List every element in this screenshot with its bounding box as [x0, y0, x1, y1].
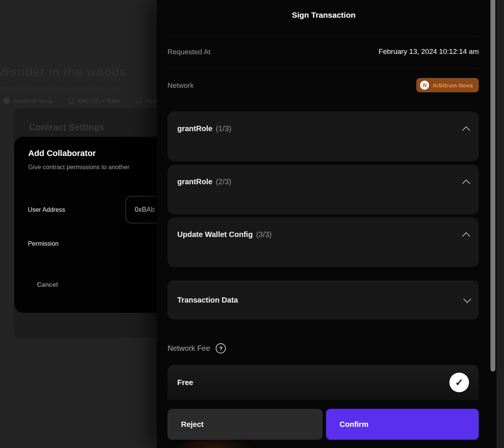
requested-at-value: February 13, 2024 10:12:14 am — [379, 47, 479, 56]
scrollbar-thumb[interactable] — [490, 0, 495, 372]
help-icon[interactable]: ? — [216, 343, 226, 353]
view-link-label: View — [146, 98, 158, 104]
right-gutter — [496, 0, 504, 448]
requested-at-label: Requested At — [167, 48, 210, 56]
user-address-label: User Address — [28, 206, 65, 213]
chevron-down-icon[interactable] — [463, 295, 471, 303]
accordion-count: (1/3) — [216, 124, 231, 133]
accordion-title: grantRole — [177, 124, 212, 133]
chevron-up-icon[interactable] — [462, 126, 470, 134]
divider — [167, 36, 479, 37]
chevron-up-icon[interactable] — [462, 179, 470, 187]
permission-label: Permission — [28, 240, 59, 247]
link-icon — [134, 96, 143, 105]
accordion-grantrole-1[interactable]: grantRole (1/3) — [167, 112, 479, 161]
network-badge-label: Arbitrum Nova — [14, 98, 53, 104]
accordion-count: (3/3) — [256, 230, 271, 239]
network-fee-row: Network Fee ? — [167, 343, 226, 353]
view-link-dim: View — [136, 98, 158, 104]
dimmed-background: Wonder in the woods xf9247c8e813302bdf0b… — [0, 0, 157, 448]
contract-badges: Arbitrum Nova ERC-721-ITEMS View — [3, 97, 174, 104]
fee-option-label: Free — [177, 378, 193, 387]
token-standard-label: ERC-721-ITEMS — [78, 98, 120, 104]
accordion-grantrole-2[interactable]: grantRole (2/3) — [167, 165, 479, 214]
network-icon — [3, 97, 10, 104]
accordion-title: Update Wallet Config — [177, 230, 253, 239]
network-fee-label: Network Fee — [167, 344, 210, 353]
divider — [167, 68, 479, 69]
contract-settings-title: Contract Settings — [29, 122, 104, 133]
fee-option-free[interactable]: Free ✓ — [167, 365, 479, 400]
network-badge-name: Arbitrum Nova — [432, 82, 473, 89]
check-icon: ✓ — [449, 373, 469, 392]
collection-title: Wonder in the woods — [0, 65, 127, 79]
chevron-up-icon[interactable] — [462, 232, 470, 240]
arbitrum-nova-icon: N — [420, 81, 429, 90]
accordion-transaction-data[interactable]: Transaction Data — [167, 280, 479, 320]
network-label: Network — [167, 81, 194, 90]
accordion-title: grantRole — [177, 177, 212, 186]
panel-title: Sign Transaction — [157, 11, 490, 20]
accordion-title: Transaction Data — [177, 296, 238, 304]
reject-button[interactable]: Reject — [167, 409, 323, 440]
accordion-count: (2/3) — [216, 177, 231, 186]
user-address-value: 0xBAb — [135, 206, 155, 214]
panel-footer: Reject Confirm — [157, 400, 496, 448]
add-collaborator-modal: Add Collaborator Give contract permissio… — [14, 137, 176, 313]
network-badge-dim: Arbitrum Nova — [3, 97, 53, 104]
accordion-update-wallet-config[interactable]: Update Wallet Config (3/3) — [167, 217, 479, 267]
add-collaborator-title: Add Collaborator — [28, 148, 96, 158]
cancel-button[interactable]: Cancel — [37, 281, 58, 289]
token-standard-badge-dim: ERC-721-ITEMS — [69, 98, 120, 104]
contract-address: xf9247c8e813302bdf0b1e4310f9ddd14cf1f — [0, 86, 119, 93]
network-badge: N Arbitrum Nova — [416, 78, 479, 92]
screen: Wonder in the woods xf9247c8e813302bdf0b… — [0, 0, 504, 448]
document-icon — [69, 98, 74, 104]
add-collaborator-subtitle: Give contract permissions to another — [28, 164, 129, 171]
confirm-button[interactable]: Confirm — [326, 409, 479, 440]
sign-transaction-panel: Sign Transaction Requested At February 1… — [157, 0, 496, 448]
